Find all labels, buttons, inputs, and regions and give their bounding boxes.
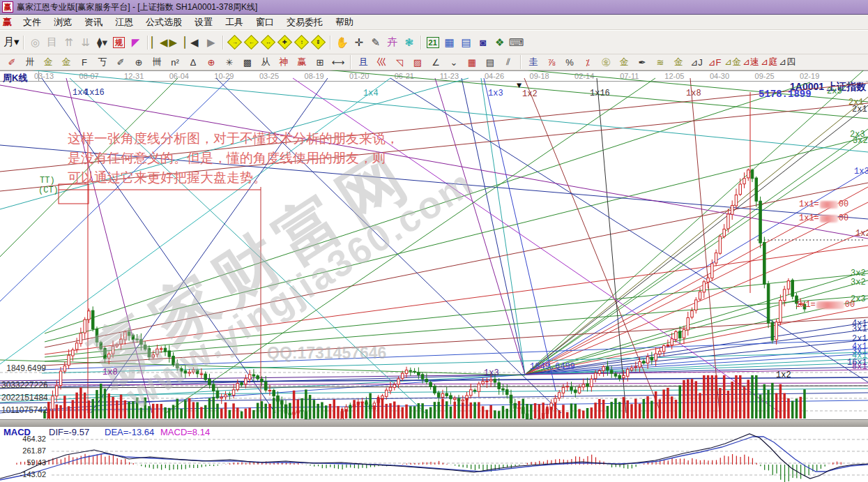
overlay-dim-icon[interactable]: ◎	[28, 35, 43, 50]
bars-up-dim-icon[interactable]: ⇈	[61, 35, 77, 50]
next-page-icon[interactable]: ▶	[204, 35, 219, 50]
ying-tool-icon[interactable]: 赢	[294, 56, 310, 68]
grid123-icon[interactable]: ⊞	[312, 56, 328, 68]
menu-item-2[interactable]: 资讯	[79, 15, 108, 30]
menu-item-9[interactable]: 帮助	[330, 15, 359, 30]
angle-ting-icon[interactable]: ⊿庭	[761, 56, 777, 68]
box-tool-icon[interactable]: 且	[355, 56, 372, 68]
export-icon[interactable]: ❖	[492, 35, 508, 50]
color-chart-icon[interactable]: ◤	[128, 35, 144, 50]
target-icon[interactable]: ⊕	[203, 56, 220, 68]
candle-style-button[interactable]: ⧫▾	[95, 35, 110, 50]
brush-icon[interactable]: ✐	[3, 56, 20, 68]
angle-f-icon[interactable]: ⊿F	[706, 56, 723, 68]
angle-si-icon[interactable]: ⊿四	[779, 56, 795, 68]
gann-shift-right-icon[interactable]: →	[227, 35, 243, 50]
pen-candle-icon[interactable]: ✒	[634, 56, 650, 68]
list-dim-icon[interactable]: 目	[45, 35, 60, 50]
box-web-icon: ▨	[413, 57, 422, 68]
vee-line-icon[interactable]: ⌄	[446, 56, 462, 68]
workstation-icon[interactable]: ⌨	[509, 35, 524, 50]
kline-pattern-icon[interactable]: 规	[112, 35, 127, 50]
menu-item-8[interactable]: 交易委托	[281, 15, 328, 30]
chart-area[interactable]: 03-1308-0712-3106-0410-2903-2508-1901-20…	[0, 70, 868, 482]
box-fan-icon: ◹	[396, 57, 403, 68]
gann-expand-v-icon[interactable]: ⇕	[311, 35, 326, 50]
crosshair-tool-icon[interactable]: ✛	[351, 35, 367, 50]
red-grid-icon[interactable]: ▦	[464, 56, 480, 68]
spiral-tool-icon[interactable]: ❃	[402, 35, 417, 50]
parallel-lines-icon[interactable]: ⫽	[500, 56, 517, 68]
calculator-icon[interactable]: ▦	[442, 35, 457, 50]
draw-line-tool-icon[interactable]: ✎	[368, 35, 383, 50]
menu-item-5[interactable]: 设置	[189, 15, 218, 30]
bars-down-dim-icon[interactable]: ⇊	[78, 35, 93, 50]
dark-grid-icon[interactable]: ▤	[482, 56, 498, 68]
web-tool-icon[interactable]: ▩	[239, 56, 256, 68]
gold3-icon[interactable]: 金	[670, 56, 687, 68]
star-tool-icon[interactable]: ✳	[221, 56, 238, 68]
percent-line-icon[interactable]: ⁒	[579, 56, 596, 68]
fan-lines-icon[interactable]: 巛	[373, 56, 390, 68]
menu-item-6[interactable]: 工具	[220, 15, 249, 30]
gold-section2-icon[interactable]: 金	[58, 56, 75, 68]
gann-expand-h-icon: ↔	[261, 35, 275, 50]
arc-tool-icon[interactable]: 丂	[94, 56, 111, 68]
fib-lines-icon[interactable]: F	[76, 56, 93, 68]
gann-line-label: 3x2	[851, 279, 866, 287]
menu-item-4[interactable]: 公式选股	[140, 15, 188, 30]
bars-down-dim-icon: ⇊	[81, 36, 90, 49]
export-icon: ❖	[495, 36, 504, 49]
angle-gold-icon[interactable]: ⊿金	[724, 56, 741, 68]
circle-grid-icon[interactable]: ⊕	[130, 56, 147, 68]
percent-icon[interactable]: %	[561, 56, 578, 68]
macd-dif-value: DIF=-9.57	[49, 427, 89, 437]
macd-axis-label: -143.02	[3, 470, 46, 479]
gann-shift-left-icon[interactable]: ←	[244, 35, 259, 50]
gann-wheel-icon[interactable]: 卉	[385, 35, 400, 50]
save-icon[interactable]: ◙	[475, 35, 491, 50]
angle-tool-icon: ∆	[190, 57, 196, 68]
calendar-21-icon[interactable]: 21	[425, 35, 441, 50]
gann-center-icon[interactable]: ✚	[277, 35, 293, 50]
percent7-icon[interactable]: ⅞	[543, 56, 560, 68]
gold-section-icon[interactable]: 金	[40, 56, 56, 68]
first-page-icon[interactable]: ▏◀	[152, 35, 168, 50]
gann-wheel-icon: 卉	[387, 36, 397, 49]
box-fan-icon[interactable]: ◹	[391, 56, 408, 68]
grid3-icon[interactable]: 卅	[22, 56, 38, 68]
wave-tool-icon[interactable]: 从	[257, 56, 274, 68]
prev-page-icon[interactable]: ◀	[187, 35, 202, 50]
shen-tool-icon[interactable]: 神	[275, 56, 292, 68]
menu-item-0[interactable]: 文件	[17, 15, 47, 30]
gold-bar-icon[interactable]: 金	[616, 56, 632, 68]
last-page-icon[interactable]: ▶▕	[169, 35, 185, 50]
gann-line-label: 2x1	[852, 106, 867, 114]
gann-line-label: 8x1	[852, 363, 867, 371]
angle-tool-icon[interactable]: ∆	[185, 56, 201, 68]
gann-shift-v-icon[interactable]: ↕	[294, 35, 310, 50]
kline-pattern-icon: 规	[113, 37, 125, 48]
column-stat-icon[interactable]: 圭	[525, 56, 542, 68]
gold-circle-icon[interactable]: ㊎	[597, 56, 614, 68]
period-month-button[interactable]: 月▾	[3, 35, 20, 50]
toolbar-separator	[222, 36, 224, 50]
n2-tool-icon[interactable]: n²	[167, 56, 183, 68]
book-icon[interactable]: ▤	[459, 35, 474, 50]
wave2-icon[interactable]: ≋	[652, 56, 669, 68]
brush2-icon[interactable]: ✐	[112, 56, 129, 68]
angle-j-icon[interactable]: ⊿J	[688, 56, 705, 68]
hand-tool-icon[interactable]: ✋	[335, 35, 350, 50]
hspan-icon[interactable]: ⟷	[330, 56, 347, 68]
gann-line-label: 1x3	[488, 90, 503, 98]
box-web-icon[interactable]: ▨	[409, 56, 426, 68]
angle-su-icon[interactable]: ⊿速	[743, 56, 759, 68]
grid4-icon[interactable]: 卌	[149, 56, 165, 68]
menu-item-7[interactable]: 窗口	[250, 15, 280, 30]
gann-expand-h-icon[interactable]: ↔	[261, 35, 276, 50]
menu-item-3[interactable]: 江恩	[109, 15, 139, 30]
angle-line-icon[interactable]: ∠	[427, 56, 444, 68]
menu-item-1[interactable]: 浏览	[48, 15, 77, 30]
prev-page-icon: ◀	[190, 36, 199, 49]
macd-dea-line	[0, 437, 868, 480]
